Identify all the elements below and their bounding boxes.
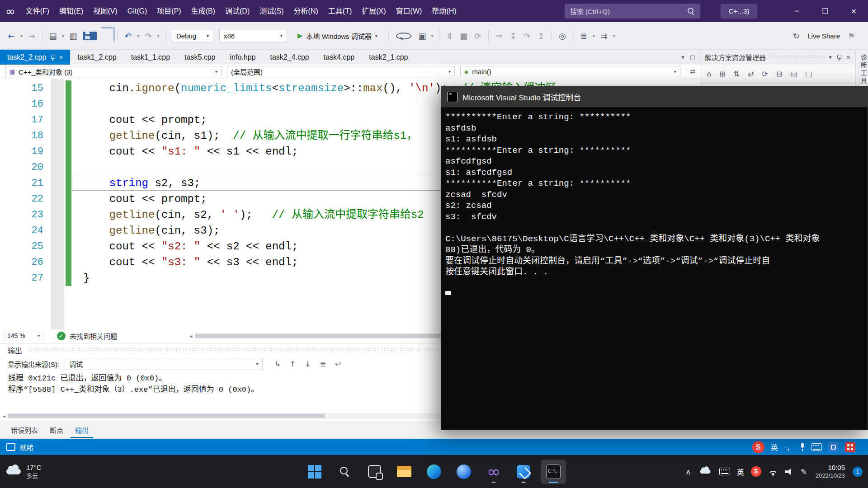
breakpoint-margin[interactable]: [51, 160, 64, 175]
menu-item-debug[interactable]: 调试(D): [220, 0, 255, 22]
switch-views-icon[interactable]: ⊞: [719, 70, 725, 78]
properties-icon[interactable]: ▢: [805, 70, 812, 78]
dropdown-caret-icon[interactable]: ▾: [611, 33, 617, 38]
hidden-icons-button[interactable]: ∧: [685, 467, 691, 476]
pen-icon[interactable]: ✎: [801, 467, 807, 476]
file-explorer-taskbar-button[interactable]: [392, 460, 417, 484]
voice-input-icon[interactable]: [800, 443, 805, 451]
volume-icon[interactable]: [785, 468, 794, 475]
minimize-button[interactable]: ─: [783, 0, 811, 22]
visual-studio-taskbar-button[interactable]: ∞: [481, 460, 506, 484]
breakpoint-margin[interactable]: [51, 270, 64, 286]
tab-task4.cpp[interactable]: task4.cpp: [316, 50, 362, 65]
menu-item-git[interactable]: Git(G): [123, 0, 152, 22]
breakpoint-margin[interactable]: [51, 254, 64, 270]
sync-active-document-icon[interactable]: ⇄: [748, 70, 754, 78]
ime-language-indicator[interactable]: 英: [737, 466, 744, 477]
forward-icon[interactable]: →: [25, 28, 38, 43]
live-share-label[interactable]: Live Share: [807, 32, 840, 40]
document-list-icon[interactable]: ▾: [681, 54, 684, 61]
scroll-left-arrow-icon[interactable]: ◂: [189, 333, 193, 339]
menu-item-analyze[interactable]: 分析(N): [289, 0, 323, 22]
breakpoint-margin[interactable]: [51, 223, 64, 239]
breakpoint-margin[interactable]: [51, 96, 64, 112]
redo-icon[interactable]: ↷: [142, 28, 155, 43]
search-taskbar-button[interactable]: [332, 460, 357, 484]
back-icon[interactable]: ←: [5, 28, 18, 43]
soft-keyboard-icon[interactable]: [811, 443, 822, 451]
menu-item-extensions[interactable]: 扩展(X): [357, 0, 391, 22]
wifi-icon[interactable]: [768, 468, 778, 476]
float-window-icon[interactable]: ▢: [690, 54, 695, 61]
sogou-icon[interactable]: S: [751, 466, 761, 477]
save-all-icon[interactable]: [100, 28, 113, 43]
step-out-icon[interactable]: ↥: [534, 28, 548, 43]
breakpoint-margin[interactable]: [51, 191, 64, 207]
solution-configurations-select[interactable]: Debug▾: [172, 29, 213, 42]
menu-item-build[interactable]: 生成(B): [186, 0, 220, 22]
open-file-icon[interactable]: ▥: [66, 28, 80, 43]
onedrive-icon[interactable]: [700, 469, 710, 474]
toolbox-icon[interactable]: [845, 442, 855, 452]
notification-badge[interactable]: 1: [853, 467, 863, 477]
stop-icon[interactable]: ■: [457, 28, 471, 43]
step-into-icon[interactable]: ↧: [506, 28, 520, 43]
pin-icon[interactable]: [50, 54, 55, 61]
menu-item-file[interactable]: 文件(F): [21, 0, 54, 22]
task-view-taskbar-button[interactable]: [362, 460, 387, 484]
next-message-icon[interactable]: ↓: [305, 360, 311, 368]
zoom-dropdown[interactable]: 145 % ▾: [4, 331, 43, 341]
breakpoint-margin[interactable]: [51, 239, 64, 254]
tab-task2_4.cpp[interactable]: task2_4.cpp: [263, 50, 316, 65]
tab-task2_1.cpp[interactable]: task2_1.cpp: [362, 50, 415, 65]
refresh-icon[interactable]: ⟳: [762, 70, 768, 78]
console-body[interactable]: **********Enter a string: **********asfd…: [441, 107, 868, 430]
touch-keyboard-icon[interactable]: [719, 468, 730, 475]
ime-punctuation-indicator[interactable]: ·，: [784, 441, 794, 452]
collapse-all-icon[interactable]: ⊟: [776, 70, 782, 78]
panel-tab-error-list[interactable]: 错误列表: [6, 422, 42, 438]
ime-mode-indicator[interactable]: 英: [771, 441, 778, 452]
live-share-icon[interactable]: ↻: [789, 28, 803, 43]
menu-item-project[interactable]: 项目(P): [152, 0, 186, 22]
dropdown-caret-icon[interactable]: ▾: [429, 33, 435, 38]
breakpoint-margin[interactable]: [51, 128, 64, 144]
sogou-logo-icon[interactable]: S: [752, 441, 764, 453]
tab-info.hpp[interactable]: info.hpp: [223, 50, 263, 65]
edge-taskbar-button[interactable]: [421, 460, 447, 484]
output-source-dropdown[interactable]: 调试 ▾: [65, 358, 263, 370]
solution-platforms-select[interactable]: x86▾: [219, 29, 287, 42]
step-over-icon[interactable]: ↷: [520, 28, 534, 43]
tab-task5.cpp[interactable]: task5.cpp: [177, 50, 222, 65]
weather-widget[interactable]: 17°C 多云: [6, 455, 42, 488]
pin-icon[interactable]: [836, 54, 841, 61]
terminal-taskbar-button[interactable]: C:\_: [541, 460, 566, 484]
dropdown-caret-icon[interactable]: ▾: [156, 33, 161, 38]
split-window-icon[interactable]: ⇄: [689, 67, 695, 75]
dropdown-caret-icon[interactable]: ▾: [135, 33, 141, 38]
diagnostics-vertical-tab[interactable]: 诊断工具: [856, 54, 868, 85]
menu-item-view[interactable]: 视图(V): [88, 0, 122, 22]
close-icon[interactable]: ×: [59, 54, 63, 61]
tab-task1_1.cpp[interactable]: task1_1.cpp: [124, 50, 177, 65]
breakpoint-margin[interactable]: [51, 80, 64, 96]
breakpoint-margin[interactable]: [51, 207, 64, 223]
skin-icon[interactable]: [828, 442, 839, 452]
outline-icon[interactable]: ≣: [577, 28, 590, 43]
browser-taskbar-button[interactable]: [451, 460, 476, 484]
scroll-left-arrow-icon[interactable]: ◂: [3, 413, 5, 419]
dropdown-caret-icon[interactable]: ▾: [19, 33, 24, 38]
previous-message-icon[interactable]: ↑: [290, 360, 296, 368]
drag-handle[interactable]: [769, 55, 826, 59]
solution-explorer-header[interactable]: 解决方案资源管理器 ▾×: [700, 50, 855, 65]
project-dropdown[interactable]: ▦ C++_类和对象 (3) ▾: [5, 66, 222, 77]
console-title-bar[interactable]: Microsoft Visual Studio 调试控制台: [441, 86, 868, 107]
restart-icon[interactable]: ⟳: [471, 28, 485, 43]
document-health-indicator[interactable]: ✓ 未找到相关问题: [57, 331, 117, 341]
show-all-files-icon[interactable]: ▤: [790, 70, 797, 78]
screenshot-icon[interactable]: ▣: [415, 28, 429, 43]
clear-all-icon[interactable]: ≣: [320, 360, 326, 368]
member-dropdown[interactable]: ◆ main() ▾: [460, 66, 680, 77]
pending-changes-filter-icon[interactable]: ⇅: [734, 70, 740, 78]
scope-dropdown[interactable]: (全局范围) ▾: [227, 66, 455, 77]
